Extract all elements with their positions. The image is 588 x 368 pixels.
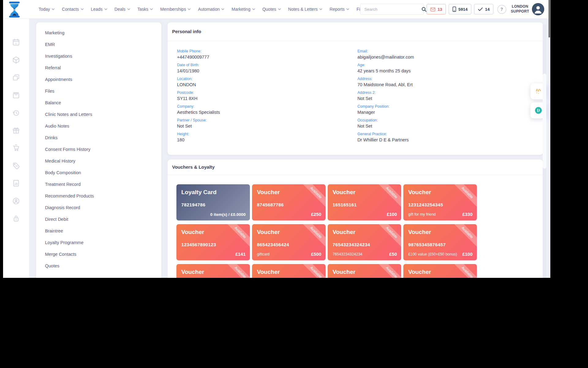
- app-scrollbar-track[interactable]: [543, 25, 546, 278]
- sidebar-item-medical-history[interactable]: Medical History: [36, 155, 161, 167]
- sidebar-item-files[interactable]: Files: [36, 85, 161, 97]
- app-logo-icon[interactable]: [7, 1, 21, 18]
- info-field: Address 2:Not Set: [357, 90, 537, 101]
- price-tag-icon[interactable]: [12, 162, 20, 170]
- history-icon[interactable]: [12, 109, 20, 117]
- gift-icon[interactable]: [12, 126, 20, 135]
- chevron-down-icon: [252, 8, 255, 10]
- sidebar-item-merge-contacts[interactable]: Merge Contacts: [36, 248, 161, 260]
- sidebar-item-direct-debit[interactable]: Direct Debit: [36, 213, 161, 225]
- field-value: Not Set: [357, 96, 537, 101]
- voucher-card[interactable]: AvailableVoucher8745687786£250: [252, 184, 326, 220]
- voucher-card[interactable]: AvailableVoucher: [403, 264, 477, 278]
- tasks-badge[interactable]: 14: [474, 4, 493, 14]
- voucher-number: 165165161: [333, 202, 357, 207]
- voucher-title: Voucher: [257, 189, 280, 196]
- voucher-card[interactable]: AvailableVoucher: [176, 264, 250, 278]
- voucher-title: Voucher: [333, 269, 356, 275]
- calls-badge[interactable]: 5914: [449, 4, 471, 14]
- nav-item-marketing[interactable]: Marketing: [232, 7, 255, 12]
- help-button[interactable]: ?: [497, 5, 506, 14]
- field-label: Occupation:: [357, 118, 537, 122]
- field-label: Age:: [357, 63, 537, 67]
- sidebar-item-balance[interactable]: Balance: [36, 97, 161, 109]
- sidebar-item-braintree[interactable]: Braintree: [36, 225, 161, 237]
- sidebar-item-loyalty-programme[interactable]: Loyalty Programme: [36, 237, 161, 248]
- user-avatar[interactable]: [532, 3, 544, 15]
- sidebar-item-emr[interactable]: EMR: [36, 39, 161, 50]
- sidebar-item-diagnosis-record[interactable]: Diagnosis Record: [36, 202, 161, 213]
- nav-item-label: Notes & Letters: [288, 7, 318, 12]
- field-label: Email:: [357, 49, 537, 53]
- messages-badge[interactable]: 13: [427, 4, 446, 14]
- voucher-card[interactable]: AvailableVoucher: [252, 264, 326, 278]
- lock-icon[interactable]: [12, 214, 20, 223]
- voucher-card[interactable]: AvailableVoucher1234567890123£141: [176, 224, 250, 260]
- sidebar-item-appointments[interactable]: Appointments: [36, 74, 161, 85]
- nav-item-leads[interactable]: Leads: [91, 7, 107, 12]
- sidebar-item-treatment-record[interactable]: Treatment Record: [36, 178, 161, 190]
- sidebar-item-body-composition[interactable]: Body Composition: [36, 167, 161, 178]
- loyalty-card[interactable]: Loyalty Card7821947860 item(s) / £0.0000: [176, 184, 250, 220]
- nav-item-automation[interactable]: Automation: [198, 7, 224, 12]
- field-value: 70 Maidstone Road, Abl, Ert: [357, 82, 537, 87]
- info-field: Email:abigailjones@mailinator.com: [357, 49, 537, 59]
- nav-item-contacts[interactable]: Contacts: [62, 7, 83, 12]
- browser-scrollbar-thumb[interactable]: [548, 0, 551, 37]
- voucher-title: Voucher: [333, 229, 356, 236]
- nav-item-deals[interactable]: Deals: [115, 7, 130, 12]
- cart-icon[interactable]: [12, 144, 20, 152]
- report-icon[interactable]: [12, 179, 20, 187]
- nav-item-memberships[interactable]: Memberships: [160, 7, 190, 12]
- voucher-title: Voucher: [257, 269, 280, 275]
- tasks-count: 14: [485, 7, 490, 12]
- app-scrollbar-thumb[interactable]: [543, 74, 546, 169]
- available-ribbon: Available: [451, 224, 477, 248]
- sidebar-item-clinic-notes-and-letters[interactable]: Clinic Notes and Letters: [36, 109, 161, 120]
- sidebar-item-investigations[interactable]: Investigations: [36, 50, 161, 62]
- icon-rail: 12: [3, 18, 29, 278]
- nav-item-label: Contacts: [62, 7, 79, 12]
- voucher-title: Loyalty Card: [181, 189, 217, 196]
- sidebar-item-quotes[interactable]: Quotes: [36, 260, 161, 272]
- nav-item-tasks[interactable]: Tasks: [138, 7, 153, 12]
- voucher-card[interactable]: AvailableVoucher98765345876457£100 value…: [403, 224, 477, 260]
- search-input[interactable]: [360, 7, 421, 12]
- info-field: Company:Aesthetics Specialists: [177, 104, 357, 115]
- search-icon[interactable]: [421, 6, 427, 12]
- chevron-down-icon: [127, 8, 130, 10]
- calendar-icon[interactable]: 12: [12, 38, 20, 46]
- chevron-down-icon: [188, 8, 190, 10]
- field-label: Postcode:: [177, 90, 357, 95]
- package-icon[interactable]: [12, 56, 20, 64]
- voucher-card[interactable]: AvailableVoucher165165161£100: [328, 184, 401, 220]
- voucher-card[interactable]: AvailableVoucher1231243254345gift for my…: [403, 184, 477, 220]
- sidebar-item-audio-notes[interactable]: Audio Notes: [36, 120, 161, 132]
- nav-item-quotes[interactable]: Quotes: [262, 7, 281, 12]
- pos-box-icon[interactable]: [12, 91, 20, 99]
- sidebar-item-marketing[interactable]: Marketing: [36, 27, 161, 39]
- sidebar-item-consent-forms-history[interactable]: Consent Forms History: [36, 144, 161, 155]
- voucher-card[interactable]: AvailableVoucher765432343242347654323432…: [328, 224, 401, 260]
- user-circle-icon[interactable]: [12, 197, 20, 205]
- nav-item-notes-letters[interactable]: Notes & Letters: [288, 7, 322, 12]
- sidebar-item-recommended-products[interactable]: Recommended Products: [36, 190, 161, 202]
- search-box: [360, 4, 424, 15]
- personal-info-title: Personal info: [168, 22, 543, 41]
- voucher-amount: 0 item(s) / £0.0000: [210, 212, 246, 217]
- duplicate-icon[interactable]: [12, 73, 20, 82]
- nav-item-today[interactable]: Today: [39, 7, 55, 12]
- voucher-title: Voucher: [333, 189, 356, 196]
- voucher-card[interactable]: AvailableVoucher865423456424giftcard£500: [252, 224, 326, 260]
- voucher-amount: £50: [389, 251, 397, 257]
- field-value: SY11 8XH: [177, 96, 357, 101]
- main-nav: TodayContactsLeadsDealsTasksMembershipsA…: [39, 0, 366, 18]
- sidebar-item-referral[interactable]: Referral: [36, 62, 161, 74]
- chevron-down-icon: [81, 8, 84, 10]
- field-label: Company:: [177, 104, 357, 109]
- voucher-card[interactable]: AvailableVoucher: [328, 264, 401, 278]
- voucher-amount: £100: [462, 251, 473, 257]
- nav-item-reports[interactable]: Reports: [330, 7, 349, 12]
- voucher-amount: £100: [387, 212, 397, 217]
- sidebar-item-drinks[interactable]: Drinks: [36, 132, 161, 144]
